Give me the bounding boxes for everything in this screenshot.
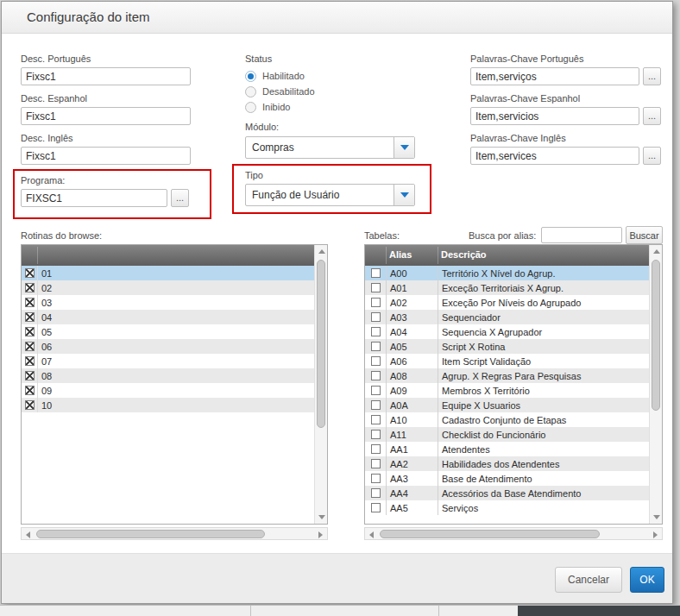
tabela-row[interactable]: A03Sequenciador [365, 310, 649, 324]
tabelas-vertical-scrollbar[interactable] [649, 245, 662, 524]
tabela-row[interactable]: A01Exceção Territoriais X Agrup. [365, 280, 649, 295]
checkbox-icon[interactable] [371, 312, 381, 322]
scroll-right-button[interactable] [649, 528, 662, 541]
rotina-row[interactable]: 10 [22, 398, 314, 412]
tabela-row[interactable]: AA4Acessórios da Base Atendimento [365, 486, 649, 500]
checkbox-icon[interactable] [371, 400, 381, 410]
dropdown-button[interactable] [394, 137, 414, 158]
tabelas-horizontal-scrollbar[interactable] [364, 527, 663, 540]
palavras-ingles-browse-button[interactable]: ... [643, 147, 661, 165]
tabela-row[interactable]: AA5Serviços [365, 500, 649, 515]
status-option-1[interactable]: Desabilitado [245, 84, 315, 99]
scroll-down-button[interactable] [315, 511, 328, 524]
tabela-row[interactable]: AA2Habilidades dos Atendentes [365, 456, 649, 471]
checkbox-icon[interactable] [371, 371, 381, 380]
radio-icon[interactable] [245, 102, 256, 113]
checkbox-icon[interactable] [371, 268, 381, 278]
checked-checkbox-icon[interactable] [25, 312, 35, 322]
ok-button[interactable]: OK [630, 567, 664, 593]
tipo-dropdown[interactable]: Função de Usuário [245, 184, 415, 206]
dropdown-button[interactable] [394, 185, 414, 205]
tabela-row[interactable]: A11Checklist do Funcionário [365, 427, 649, 442]
checkbox-icon[interactable] [371, 444, 381, 454]
desc-ingles-input[interactable] [21, 147, 191, 165]
scroll-up-button[interactable] [315, 245, 328, 258]
tabela-alias: A08 [386, 368, 438, 383]
checked-checkbox-icon[interactable] [25, 400, 35, 410]
tabela-row[interactable]: A05Script X Rotina [365, 339, 649, 354]
checkbox-icon[interactable] [371, 342, 381, 351]
scroll-thumb[interactable] [380, 530, 600, 538]
checkbox-icon[interactable] [371, 430, 381, 439]
palavras-espanhol-browse-button[interactable]: ... [643, 107, 661, 125]
palavras-ingles-input[interactable] [470, 147, 639, 165]
scroll-right-button[interactable] [314, 528, 327, 541]
checked-checkbox-icon[interactable] [25, 283, 35, 292]
rotina-row[interactable]: 06 [22, 339, 314, 354]
rotinas-vertical-scrollbar[interactable] [314, 245, 327, 524]
tabela-row[interactable]: A04Sequencia X Agrupador [365, 324, 649, 339]
scroll-left-button[interactable] [22, 528, 35, 541]
tabela-row[interactable]: AA3Base de Atendimento [365, 471, 649, 486]
palavras-portugues-browse-button[interactable]: ... [643, 67, 661, 85]
scroll-up-button[interactable] [650, 245, 663, 258]
checkbox-icon[interactable] [371, 327, 381, 336]
tabela-row[interactable]: AA1Atendentes [365, 442, 649, 456]
programa-browse-button[interactable]: ... [171, 189, 189, 207]
checkbox-icon[interactable] [371, 298, 381, 307]
tabela-alias: A06 [386, 354, 438, 368]
checkbox-icon[interactable] [371, 415, 381, 424]
tabela-row[interactable]: A09Membros X Território [365, 383, 649, 398]
checkbox-icon[interactable] [371, 386, 381, 395]
tabela-row[interactable]: A08Agrup. X Regras Para Pesquisas [365, 368, 649, 383]
checked-checkbox-icon[interactable] [25, 356, 35, 366]
row-checkbox-cell [365, 280, 386, 295]
row-checkbox-cell [365, 339, 386, 354]
checked-checkbox-icon[interactable] [25, 386, 35, 395]
checkbox-icon[interactable] [371, 474, 381, 483]
programa-input[interactable] [21, 189, 167, 207]
scroll-thumb[interactable] [652, 260, 660, 411]
scroll-left-button[interactable] [365, 528, 378, 541]
scroll-down-button[interactable] [650, 511, 663, 524]
palavras-espanhol-input[interactable] [470, 107, 639, 125]
busca-alias-input[interactable] [541, 227, 622, 243]
radio-icon[interactable] [245, 86, 256, 97]
desc-portugues-input[interactable] [21, 67, 191, 85]
status-option-0[interactable]: Habilitado [245, 68, 315, 84]
checked-checkbox-icon[interactable] [25, 268, 35, 278]
tabela-row[interactable]: A0AEquipe X Usuarios [365, 398, 649, 412]
checkbox-icon[interactable] [371, 356, 381, 366]
rotina-row[interactable]: 07 [22, 354, 314, 368]
scroll-thumb[interactable] [36, 530, 265, 538]
tabela-row[interactable]: A06Item Script Validação [365, 354, 649, 368]
buscar-button[interactable]: Buscar [626, 226, 663, 244]
rotina-row[interactable]: 08 [22, 368, 314, 383]
checked-checkbox-icon[interactable] [25, 298, 35, 307]
checkbox-icon[interactable] [371, 503, 381, 512]
modulo-dropdown[interactable]: Compras [245, 136, 415, 159]
radio-selected-icon[interactable] [245, 71, 256, 82]
cancel-button[interactable]: Cancelar [555, 567, 622, 593]
checkbox-icon[interactable] [371, 459, 381, 468]
rotina-row[interactable]: 09 [22, 383, 314, 398]
rotina-row[interactable]: 01 [22, 266, 314, 280]
desc-espanhol-input[interactable] [21, 107, 191, 125]
tabela-row[interactable]: A00Território X Nível do Agrup. [365, 266, 649, 280]
rotina-row[interactable]: 04 [22, 310, 314, 324]
scroll-thumb[interactable] [317, 260, 325, 428]
tabela-row[interactable]: A10Cadastro Conjunto de Etapas [365, 412, 649, 427]
rotina-row[interactable]: 02 [22, 280, 314, 295]
palavras-portugues-input[interactable] [470, 67, 639, 85]
rotina-row[interactable]: 05 [22, 324, 314, 339]
checkbox-icon[interactable] [371, 283, 381, 292]
rotina-row[interactable]: 03 [22, 295, 314, 310]
checkbox-icon[interactable] [371, 488, 381, 498]
tabela-row[interactable]: A02Exceção Por Níveis do Agrupado [365, 295, 649, 310]
tabela-descricao: Script X Rotina [438, 339, 649, 354]
checked-checkbox-icon[interactable] [25, 371, 35, 380]
status-option-2[interactable]: Inibido [245, 99, 315, 115]
rotinas-horizontal-scrollbar[interactable] [21, 527, 328, 540]
checked-checkbox-icon[interactable] [25, 342, 35, 351]
checked-checkbox-icon[interactable] [25, 327, 35, 336]
